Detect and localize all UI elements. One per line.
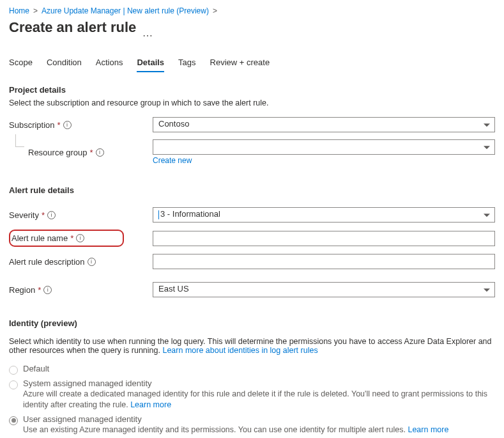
radio-icon: [9, 380, 18, 389]
identity-heading: Identity (preview): [9, 318, 495, 328]
info-icon[interactable]: i: [96, 148, 104, 157]
page-title: Create an alert rule: [9, 19, 136, 36]
tabs: Scope Condition Actions Details Tags Rev…: [9, 55, 495, 72]
identity-option-default[interactable]: Default: [9, 364, 495, 375]
indent-line-icon: [15, 134, 24, 147]
info-icon[interactable]: i: [88, 258, 96, 266]
tab-tags[interactable]: Tags: [178, 55, 195, 72]
identity-option-user[interactable]: User assigned managed identity Use an ex…: [9, 414, 495, 435]
breadcrumb: Home > Azure Update Manager | New alert …: [9, 6, 495, 15]
radio-icon: [9, 416, 18, 425]
breadcrumb-sep-1: >: [33, 6, 38, 15]
identity-system-learn-more-link[interactable]: Learn more: [130, 400, 171, 409]
identity-option-system-desc: Azure will create a dedicated managed id…: [23, 389, 495, 411]
project-details-desc: Select the subscription and resource gro…: [9, 98, 495, 107]
radio-icon: [9, 366, 18, 375]
identity-option-system[interactable]: System assigned managed identity Azure w…: [9, 379, 495, 411]
alert-rule-description-input[interactable]: [153, 254, 495, 269]
breadcrumb-home[interactable]: Home: [9, 6, 29, 15]
identity-option-system-label: System assigned managed identity: [23, 379, 495, 388]
tab-review[interactable]: Review + create: [210, 55, 270, 72]
severity-select[interactable]: 3 - Informational: [153, 207, 495, 223]
subscription-select[interactable]: Contoso: [153, 117, 495, 132]
alert-rule-name-label: Alert rule name: [11, 233, 68, 243]
info-icon[interactable]: i: [63, 121, 72, 129]
resource-group-select[interactable]: [153, 139, 495, 155]
info-icon[interactable]: i: [76, 234, 84, 242]
identity-desc: Select which identity to use when runnin…: [9, 337, 495, 355]
region-label: Region* i: [9, 285, 153, 295]
identity-option-user-label: User assigned managed identity: [23, 414, 495, 424]
resource-group-label: Resource group* i: [9, 148, 153, 157]
tab-condition[interactable]: Condition: [47, 55, 82, 72]
alert-rule-details-heading: Alert rule details: [9, 185, 495, 195]
tab-details[interactable]: Details: [137, 55, 164, 72]
region-select[interactable]: East US: [153, 282, 495, 297]
alert-rule-name-highlight: Alert rule name* i: [9, 230, 124, 247]
tab-scope[interactable]: Scope: [9, 55, 33, 72]
info-icon[interactable]: i: [43, 286, 52, 294]
create-new-link[interactable]: Create new: [153, 156, 192, 165]
identity-user-learn-more-link[interactable]: Learn more: [408, 425, 448, 434]
identity-learn-more-link[interactable]: Learn more about identities in log alert…: [162, 346, 317, 355]
breadcrumb-sep-2: >: [213, 6, 217, 15]
tab-actions[interactable]: Actions: [96, 55, 123, 72]
more-actions-icon[interactable]: ⋯: [142, 29, 153, 42]
breadcrumb-mid[interactable]: Azure Update Manager | New alert rule (P…: [42, 6, 209, 15]
severity-label: Severity* i: [9, 210, 153, 220]
identity-option-default-label: Default: [23, 364, 495, 373]
subscription-label: Subscription* i: [9, 120, 153, 130]
alert-rule-name-input[interactable]: [153, 231, 495, 246]
info-icon[interactable]: i: [47, 211, 56, 219]
project-details-heading: Project details: [9, 85, 495, 95]
alert-rule-description-label: Alert rule description i: [9, 257, 153, 267]
identity-option-user-desc: Use an existing Azure managed identity a…: [23, 425, 495, 435]
